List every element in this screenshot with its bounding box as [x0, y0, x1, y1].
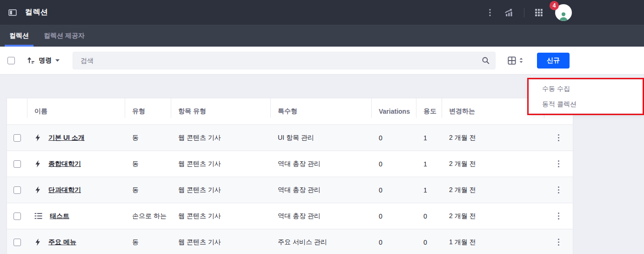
header-name: 이름 — [27, 98, 125, 124]
tab-collection-providers[interactable]: 컬렉션 제공자 — [39, 25, 89, 47]
table-header-row: 이름 유형 항목 유형 특수형 Variations 용도 변경하는 — [7, 98, 573, 125]
row-actions-kebab-icon[interactable] — [555, 236, 562, 248]
special-cell: 역대 총장 관리 — [270, 177, 371, 203]
user-avatar-wrap: 4 — [555, 4, 572, 21]
variations-cell: 0 — [371, 151, 416, 177]
collection-name-link[interactable]: 태스트 — [50, 212, 69, 220]
type-cell: 동 — [125, 125, 171, 151]
tab-label: 컬렉션 — [9, 32, 29, 40]
variations-cell: 0 — [371, 229, 416, 254]
kebab-menu-icon[interactable] — [487, 8, 493, 17]
modified-cell: 2 개월 전 — [442, 203, 544, 229]
item-type-cell: 웹 콘텐츠 기사 — [171, 203, 270, 229]
bolt-icon — [34, 238, 41, 246]
sort-carets-icon — [519, 58, 523, 63]
top-bar: 컬렉션 4 — [0, 0, 644, 25]
collection-name-link[interactable]: 주요 메뉴 — [48, 238, 76, 247]
row-actions-kebab-icon[interactable] — [555, 210, 562, 222]
collection-name-link[interactable]: 단과대학기 — [48, 186, 81, 194]
usage-cell: 1 — [416, 177, 442, 203]
variations-cell: 0 — [371, 125, 416, 151]
variations-cell: 0 — [371, 177, 416, 203]
usage-cell: 0 — [416, 203, 442, 229]
special-cell: 주요 서비스 관리 — [270, 229, 371, 254]
special-cell: UI 항목 관리 — [270, 125, 371, 151]
item-type-cell: 웹 콘텐츠 기사 — [171, 177, 270, 203]
row-actions-kebab-icon[interactable] — [555, 158, 562, 170]
bolt-icon — [34, 186, 41, 194]
type-cell: 동 — [125, 229, 171, 254]
search-wrap — [73, 52, 496, 69]
header-special: 특수형 — [270, 98, 371, 124]
analytics-icon[interactable] — [503, 8, 514, 17]
topbar-divider — [524, 8, 524, 17]
type-cell: 손으로 하는 — [125, 203, 171, 229]
list-icon — [34, 213, 42, 220]
menu-item-dynamic-collection[interactable]: 동적 콜렉션 — [529, 96, 644, 112]
table-row: 종합대학기 동 웹 콘텐츠 기사 역대 총장 관리 0 1 2 개월 전 — [7, 151, 573, 177]
type-cell: 동 — [125, 151, 171, 177]
table-row: 기본 UI 소개 동 웹 콘텐츠 기사 UI 항목 관리 0 1 2 개월 전 — [7, 125, 573, 151]
new-button[interactable]: 신규 — [537, 53, 570, 69]
header-item-type: 항목 유형 — [171, 98, 270, 124]
item-type-cell: 웹 콘텐츠 기사 — [171, 125, 270, 151]
item-type-cell: 웹 콘텐츠 기사 — [171, 229, 270, 254]
content-area: 이름 유형 항목 유형 특수형 Variations 용도 변경하는 기본 UI… — [0, 75, 644, 254]
select-all-checkbox[interactable] — [7, 57, 15, 64]
usage-cell: 1 — [416, 125, 442, 151]
variations-cell: 0 — [371, 203, 416, 229]
collection-name-link[interactable]: 종합대학기 — [48, 160, 81, 168]
app-launcher-waffle-icon[interactable] — [535, 8, 543, 17]
row-checkbox[interactable] — [13, 213, 21, 220]
sort-order-button[interactable]: 명령 — [27, 56, 60, 65]
header-checkbox-col — [7, 98, 27, 124]
special-cell: 역대 총장 관리 — [270, 151, 371, 177]
bolt-icon — [34, 134, 41, 142]
usage-cell: 1 — [416, 151, 442, 177]
tab-collections[interactable]: 컬렉션 — [5, 25, 34, 47]
modified-cell: 2 개월 전 — [442, 151, 544, 177]
table-row: 주요 메뉴 동 웹 콘텐츠 기사 주요 서비스 관리 0 0 1 개월 전 — [7, 229, 573, 254]
table-row: 단과대학기 동 웹 콘텐츠 기사 역대 총장 관리 0 1 2 개월 전 — [7, 177, 573, 203]
table-body: 기본 UI 소개 동 웹 콘텐츠 기사 UI 항목 관리 0 1 2 개월 전 … — [7, 125, 573, 254]
row-checkbox[interactable] — [13, 239, 21, 246]
page-title: 컬렉션 — [25, 7, 48, 17]
modified-cell: 1 개월 전 — [442, 229, 544, 254]
cards-view-icon — [508, 56, 516, 65]
header-usage: 용도 — [416, 98, 442, 124]
row-checkbox[interactable] — [13, 134, 21, 142]
row-actions-kebab-icon[interactable] — [555, 184, 562, 196]
notification-badge: 4 — [550, 1, 559, 10]
header-variations: Variations — [371, 98, 416, 124]
row-checkbox[interactable] — [13, 186, 21, 194]
row-checkbox[interactable] — [13, 160, 21, 168]
tab-bar: 컬렉션 컬렉션 제공자 — [0, 25, 644, 47]
view-type-toggle[interactable] — [508, 56, 523, 65]
collections-table: 이름 유형 항목 유형 특수형 Variations 용도 변경하는 기본 UI… — [7, 98, 573, 254]
row-actions-kebab-icon[interactable] — [555, 131, 562, 144]
search-icon[interactable] — [482, 52, 490, 69]
new-collection-dropdown: 수동 수집 동적 콜렉션 — [529, 79, 644, 114]
type-cell: 동 — [125, 177, 171, 203]
usage-cell: 0 — [416, 229, 442, 254]
table-row: 태스트 손으로 하는 웹 콘텐츠 기사 역대 총장 관리 0 0 2 개월 전 — [7, 203, 573, 229]
special-cell: 역대 총장 관리 — [270, 203, 371, 229]
modified-cell: 2 개월 전 — [442, 125, 544, 151]
search-input[interactable] — [73, 52, 496, 69]
product-menu-toggle-icon[interactable] — [7, 7, 18, 18]
modified-cell: 2 개월 전 — [442, 177, 544, 203]
sort-label: 명령 — [39, 56, 52, 65]
collection-name-link[interactable]: 기본 UI 소개 — [48, 134, 85, 142]
sort-arrow-icon — [27, 56, 35, 64]
header-type: 유형 — [125, 98, 171, 124]
tab-label: 컬렉션 제공자 — [44, 32, 85, 40]
item-type-cell: 웹 콘텐츠 기사 — [171, 151, 270, 177]
bolt-icon — [34, 160, 41, 168]
menu-item-manual-collection[interactable]: 수동 수집 — [529, 81, 644, 96]
topbar-actions: 4 — [487, 4, 572, 21]
chevron-down-icon — [55, 59, 60, 62]
management-toolbar: 명령 신규 — [0, 47, 644, 75]
